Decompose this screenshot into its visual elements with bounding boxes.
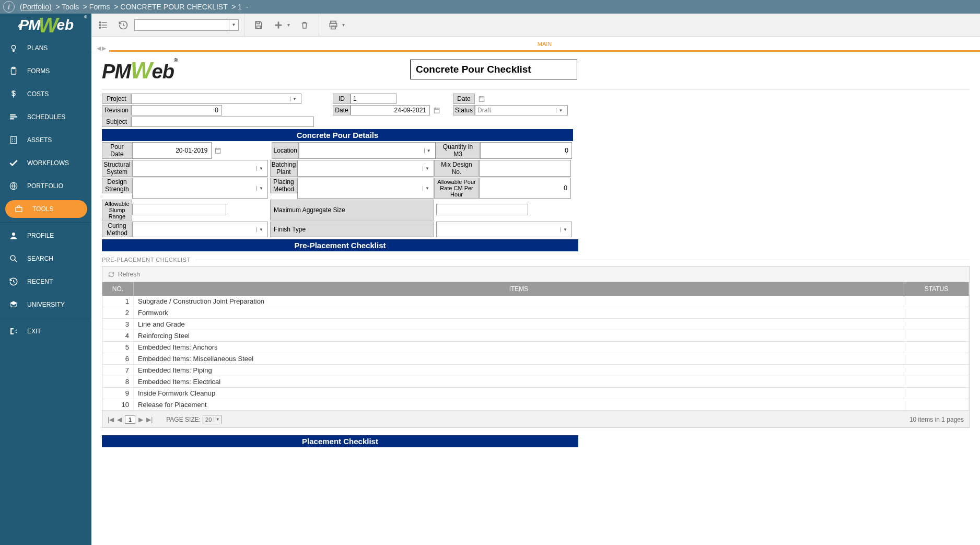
sidebar-item-plans[interactable]: PLANS [0,37,91,60]
chevron-down-icon[interactable]: ▼ [229,20,238,30]
chevron-down-icon[interactable]: ▼ [290,97,299,101]
id-input[interactable] [351,94,396,104]
allowable-rate-input[interactable]: 0 [479,178,571,199]
mix-design-input[interactable] [479,160,571,177]
cell-status[interactable] [904,307,969,318]
list-icon[interactable] [95,16,112,34]
table-row[interactable]: 10 Release for Placement [102,399,969,411]
cell-status[interactable] [904,330,969,341]
col-status[interactable]: STATUS [904,282,969,296]
table-row[interactable]: 2 Formwork [102,307,969,319]
status-dropdown[interactable]: Draft▼ [475,105,568,115]
chevron-down-icon[interactable]: ▾ [287,22,294,28]
pager-prev-icon[interactable]: ◀ [117,416,122,423]
chevron-down-icon[interactable]: ▾ [342,22,348,28]
pager-first-icon[interactable]: |◀ [108,416,114,423]
batching-plant-dropdown[interactable]: ▼ [297,160,434,177]
sidebar-item-portfolio[interactable]: PORTFOLIO [0,175,91,198]
chevron-down-icon[interactable]: ▼ [424,148,433,153]
table-row[interactable]: 7 Embedded Items: Piping [102,365,969,376]
table-row[interactable]: 9 Inside Formwork Cleanup [102,388,969,399]
sidebar-item-workflows[interactable]: WORKFLOWS [0,152,91,175]
breadcrumb-portfolio[interactable]: (Portfolio) [20,3,52,11]
calendar-icon[interactable] [432,105,441,115]
chevron-down-icon[interactable]: ▼ [214,417,221,422]
curing-method-dropdown[interactable]: ▼ [132,222,268,237]
chevron-down-icon[interactable]: ▼ [256,186,265,191]
chevron-down-icon[interactable]: ▼ [423,166,431,171]
cell-status[interactable] [904,388,969,399]
cell-status[interactable] [904,296,969,307]
revision-input[interactable]: 0 [131,105,222,115]
cell-status[interactable] [904,342,969,353]
tab-next-icon[interactable]: ▶ [102,45,106,52]
calendar-icon[interactable] [477,94,486,104]
subject-input[interactable] [131,117,314,127]
table-row[interactable]: 3 Line and Grade [102,319,969,330]
chevron-down-icon[interactable]: ▼ [423,186,431,191]
cell-status[interactable] [904,353,969,364]
sidebar-item-schedules[interactable]: SCHEDULES [0,106,91,129]
print-icon[interactable] [324,16,342,34]
sidebar-item-exit[interactable]: EXIT [0,320,91,343]
breadcrumb-id[interactable]: 1 [238,3,242,11]
tab-prev-icon[interactable]: ◀ [97,45,101,52]
table-row[interactable]: 6 Embedded Items: Miscellaneous Steel [102,353,969,365]
finish-type-dropdown[interactable]: ▼ [436,222,572,237]
pager-last-icon[interactable]: ▶| [146,416,153,423]
chevron-down-icon[interactable]: ▼ [561,227,569,232]
chevron-down-icon[interactable]: ▼ [256,166,265,171]
info-icon[interactable]: i [3,1,15,13]
col-no[interactable]: NO. [102,282,134,296]
slump-range-input[interactable] [132,204,226,215]
cell-status[interactable] [904,376,969,387]
project-dropdown[interactable]: ▼ [131,94,301,104]
max-agg-input[interactable] [436,204,528,215]
chevron-down-icon[interactable]: ▼ [556,108,565,113]
cell-status[interactable] [904,399,969,410]
refresh-button[interactable]: Refresh [118,271,140,278]
breadcrumb-tools[interactable]: Tools [62,3,79,11]
sidebar-item-university[interactable]: UNIVERSITY [0,293,91,316]
refresh-icon[interactable] [108,271,115,278]
plus-icon[interactable] [270,16,287,34]
sidebar-item-profile[interactable]: PROFILE [0,224,91,247]
structural-system-dropdown[interactable]: ▼ [132,160,268,177]
history-toolbar-icon[interactable] [114,16,132,34]
sidebar-item-forms[interactable]: FORMS [0,60,91,83]
pager-page-input[interactable] [125,415,135,424]
sidebar-item-recent[interactable]: RECENT [0,270,91,293]
pager-next-icon[interactable]: ▶ [138,416,143,423]
breadcrumb-forms[interactable]: Forms [89,3,110,11]
sidebar-item-tools[interactable]: TOOLS [5,200,87,218]
calendar-icon[interactable] [214,142,223,159]
date2-input[interactable]: 24-09-2021 [351,105,430,115]
cell-status[interactable] [904,365,969,376]
location-dropdown[interactable]: ▼ [299,142,435,159]
save-icon[interactable] [250,16,267,34]
tab-main[interactable]: MAIN [109,38,980,52]
svg-rect-5 [10,118,14,119]
pour-date-input[interactable]: 20-01-2019 [132,142,212,159]
placing-method-dropdown[interactable]: ▼ [297,178,434,199]
delete-icon[interactable] [296,16,313,34]
cell-status[interactable] [904,319,969,330]
print-button[interactable]: ▾ [324,16,348,34]
col-items[interactable]: ITEMS [134,282,904,296]
table-row[interactable]: 8 Embedded Items: Electrical [102,376,969,388]
sidebar-item-assets[interactable]: ASSETS [0,129,91,152]
sidebar-item-search[interactable]: SEARCH [0,247,91,270]
design-strength-dropdown[interactable]: ▼ [132,178,268,199]
table-row[interactable]: 1 Subgrade / Construction Joint Preparat… [102,296,969,307]
quantity-input[interactable]: 0 [480,142,572,159]
label-project: Project [102,94,131,104]
toolbar-dropdown[interactable]: ▼ [134,19,239,31]
chevron-down-icon[interactable]: ▼ [256,227,265,232]
page-size-select[interactable]: 20▼ [203,415,221,424]
breadcrumb-formtype[interactable]: CONCRETE POUR CHECKLIST [120,3,227,11]
table-row[interactable]: 5 Embedded Items: Anchors [102,342,969,353]
table-row[interactable]: 4 Reinforcing Steel [102,330,969,342]
add-button[interactable]: ▾ [270,16,294,34]
sidebar-item-costs[interactable]: COSTS [0,83,91,106]
breadcrumb: (Portfolio) > Tools > Forms > CONCRETE P… [20,3,249,11]
